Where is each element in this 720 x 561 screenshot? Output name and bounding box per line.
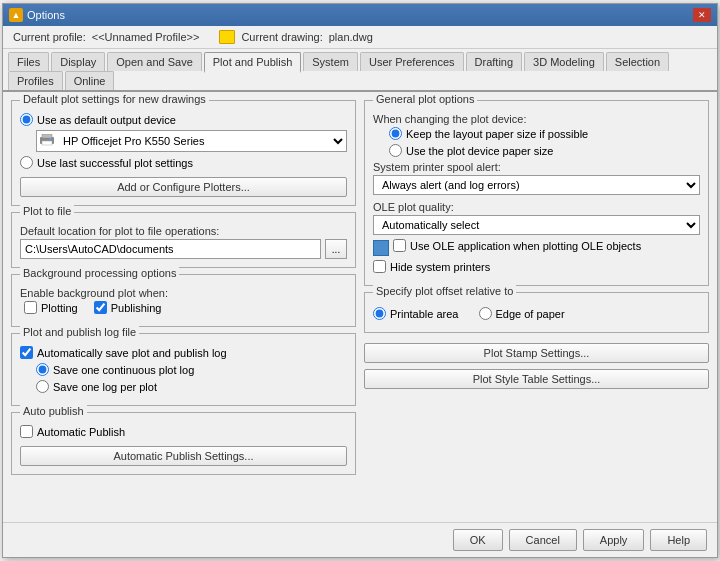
use-ole-check-row: Use OLE application when plotting OLE ob… (393, 239, 641, 252)
tab-profiles[interactable]: Profiles (8, 71, 63, 90)
plot-offset-group: Specify plot offset relative to Printabl… (364, 292, 709, 333)
use-default-radio[interactable] (20, 113, 33, 126)
log-group-label: Plot and publish log file (20, 326, 139, 338)
spool-alert-label: System printer spool alert: (373, 161, 700, 173)
use-ole-checkbox[interactable] (393, 239, 406, 252)
default-plot-group-label: Default plot settings for new drawings (20, 93, 209, 105)
auto-save-log-row: Automatically save plot and publish log (20, 346, 347, 359)
device-select-wrapper: HP Officejet Pro K550 Series (36, 130, 347, 152)
browse-button[interactable]: ... (325, 239, 347, 259)
plotting-checkbox[interactable] (24, 301, 37, 314)
plot-style-table-settings-button[interactable]: Plot Style Table Settings... (364, 369, 709, 389)
add-configure-plotters-button[interactable]: Add or Configure Plotters... (20, 177, 347, 197)
ok-button[interactable]: OK (453, 529, 503, 551)
tab-user-prefs[interactable]: User Preferences (360, 52, 464, 71)
ole-icon (373, 240, 389, 256)
use-plot-device-radio[interactable] (389, 144, 402, 157)
left-panel: Default plot settings for new drawings U… (11, 100, 356, 514)
tab-files[interactable]: Files (8, 52, 49, 71)
drawing-value: plan.dwg (329, 31, 373, 43)
auto-publish-label: Automatic Publish (37, 426, 125, 438)
hide-printers-row: Hide system printers (373, 260, 700, 273)
default-plot-settings-group: Default plot settings for new drawings U… (11, 100, 356, 206)
plotting-label: Plotting (41, 302, 78, 314)
keep-layout-radio[interactable] (389, 127, 402, 140)
tab-plot-publish[interactable]: Plot and Publish (204, 52, 302, 73)
log-file-group: Plot and publish log file Automatically … (11, 333, 356, 406)
tab-selection[interactable]: Selection (606, 52, 669, 71)
auto-publish-settings-button[interactable]: Automatic Publish Settings... (20, 446, 347, 466)
plot-offset-group-label: Specify plot offset relative to (373, 285, 516, 297)
auto-save-log-label: Automatically save plot and publish log (37, 347, 227, 359)
auto-publish-check-row: Automatic Publish (20, 425, 347, 438)
plot-to-file-group: Plot to file Default location for plot t… (11, 212, 356, 268)
use-last-label: Use last successful plot settings (37, 157, 193, 169)
window-title: Options (27, 9, 689, 21)
use-ole-row: Use OLE application when plotting OLE ob… (373, 239, 700, 256)
plotting-check-row: Plotting (24, 301, 78, 314)
hide-printers-label: Hide system printers (390, 261, 490, 273)
auto-save-log-checkbox[interactable] (20, 346, 33, 359)
app-icon: ▲ (9, 8, 23, 22)
current-profile-section: Current profile: <<Unnamed Profile>> (13, 31, 199, 43)
publishing-label: Publishing (111, 302, 162, 314)
printable-area-radio[interactable] (373, 307, 386, 320)
right-buttons: Plot Stamp Settings... Plot Style Table … (364, 343, 709, 389)
tab-display[interactable]: Display (51, 52, 105, 71)
auto-publish-group-label: Auto publish (20, 405, 87, 417)
printable-area-label: Printable area (390, 308, 459, 320)
drawing-icon (219, 30, 235, 44)
hide-printers-checkbox[interactable] (373, 260, 386, 273)
bg-checks: Plotting Publishing (24, 301, 347, 318)
use-plot-device-row: Use the plot device paper size (389, 144, 700, 157)
path-input[interactable] (20, 239, 321, 259)
background-processing-group: Background processing options Enable bac… (11, 274, 356, 327)
ole-quality-select[interactable]: Automatically selectLine ArtTextGraphics… (373, 215, 700, 235)
when-changing-label: When changing the plot device: (373, 113, 700, 125)
save-per-plot-row: Save one log per plot (36, 380, 347, 393)
title-bar: ▲ Options ✕ (3, 4, 717, 26)
save-continuous-radio[interactable] (36, 363, 49, 376)
profile-value: <<Unnamed Profile>> (92, 31, 200, 43)
save-per-radio[interactable] (36, 380, 49, 393)
auto-publish-group: Auto publish Automatic Publish Automatic… (11, 412, 356, 475)
use-last-radio[interactable] (20, 156, 33, 169)
spool-alert-select[interactable]: Always alert (and log errors)Alert first… (373, 175, 700, 195)
general-plot-options-group: General plot options When changing the p… (364, 100, 709, 286)
edge-of-paper-radio[interactable] (479, 307, 492, 320)
window-controls: ✕ (693, 8, 711, 22)
drawing-label: Current drawing: (241, 31, 322, 43)
cancel-button[interactable]: Cancel (509, 529, 577, 551)
plot-stamp-settings-button[interactable]: Plot Stamp Settings... (364, 343, 709, 363)
save-continuous-label: Save one continuous plot log (53, 364, 194, 376)
tab-3d-modeling[interactable]: 3D Modeling (524, 52, 604, 71)
right-panel: General plot options When changing the p… (364, 100, 709, 514)
device-select[interactable]: HP Officejet Pro K550 Series (36, 130, 347, 152)
publishing-check-row: Publishing (94, 301, 162, 314)
plot-to-file-group-label: Plot to file (20, 205, 74, 217)
profile-label: Current profile: (13, 31, 86, 43)
general-group-label: General plot options (373, 93, 477, 105)
background-group-label: Background processing options (20, 267, 179, 279)
tab-drafting[interactable]: Drafting (466, 52, 523, 71)
apply-button[interactable]: Apply (583, 529, 645, 551)
default-location-label: Default location for plot to file operat… (20, 225, 347, 237)
printable-area-row: Printable area (373, 307, 459, 320)
profile-bar: Current profile: <<Unnamed Profile>> Cur… (3, 26, 717, 49)
enable-bg-label: Enable background plot when: (20, 287, 347, 299)
close-button[interactable]: ✕ (693, 8, 711, 22)
current-drawing-section: Current drawing: plan.dwg (219, 30, 372, 44)
tab-online[interactable]: Online (65, 71, 115, 90)
content-area: Default plot settings for new drawings U… (3, 92, 717, 522)
use-ole-label: Use OLE application when plotting OLE ob… (410, 240, 641, 252)
keep-layout-label: Keep the layout paper size if possible (406, 128, 588, 140)
help-button[interactable]: Help (650, 529, 707, 551)
tab-system[interactable]: System (303, 52, 358, 71)
path-row: ... (20, 239, 347, 259)
publishing-checkbox[interactable] (94, 301, 107, 314)
tab-open-save[interactable]: Open and Save (107, 52, 201, 71)
auto-publish-checkbox[interactable] (20, 425, 33, 438)
save-continuous-row: Save one continuous plot log (36, 363, 347, 376)
use-plot-device-label: Use the plot device paper size (406, 145, 553, 157)
offset-radio-group: Printable area Edge of paper (373, 307, 700, 324)
